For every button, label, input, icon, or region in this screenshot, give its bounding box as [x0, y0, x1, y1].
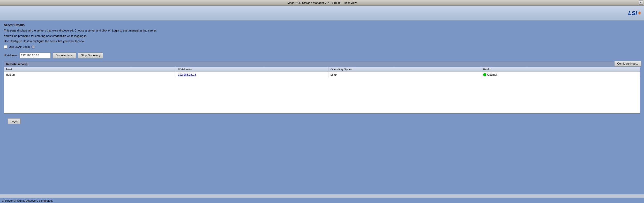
cell-ip: 192.168.28.18	[176, 72, 328, 77]
window-title: MegaRAID Storage Manager v14.11.01.00 - …	[287, 1, 357, 4]
table-white-area: Host IP Address Operating System Health …	[4, 67, 640, 113]
section-title: Server Details	[4, 23, 640, 27]
table-panel: Remote servers: Host IP Address Operatin…	[4, 61, 640, 114]
logo: LSI ✶	[628, 10, 641, 17]
col-health: Health	[481, 67, 640, 72]
ip-address-link[interactable]: 192.168.28.18	[178, 73, 196, 76]
login-button[interactable]: Login	[8, 118, 20, 124]
cell-health: Optimal	[481, 72, 640, 77]
col-os: Operating System	[328, 67, 481, 72]
table-body: debian 192.168.28.18 Linux Optimal	[4, 72, 640, 77]
table-header-row: Host IP Address Operating System Health	[4, 67, 640, 72]
table-row[interactable]: debian 192.168.28.18 Linux Optimal	[4, 72, 640, 77]
ip-label: IP Address	[4, 54, 18, 57]
remote-servers-header: Remote servers:	[4, 61, 640, 67]
bottom-area: Login	[4, 116, 640, 126]
logo-text: LSI	[628, 10, 637, 17]
cell-os: Linux	[328, 72, 481, 77]
header: LSI ✶	[0, 6, 644, 21]
configure-note: Use Configure Host to configure the host…	[4, 40, 640, 43]
col-host: Host	[4, 67, 176, 72]
ldap-row: Use LDAP Login ?	[4, 45, 640, 49]
configure-host-button[interactable]: Configure Host...	[614, 61, 641, 66]
description-line2: You will be prompted for entering host c…	[4, 34, 640, 38]
close-icon: ×	[640, 1, 642, 4]
server-table: Host IP Address Operating System Health …	[4, 67, 640, 77]
help-icon[interactable]: ?	[31, 45, 35, 49]
close-button[interactable]: ×	[639, 1, 643, 5]
stop-discovery-button[interactable]: Stop Discovery	[78, 52, 103, 58]
status-text: 1 Server(s) found. Discovery completed.	[2, 199, 53, 202]
server-details-section: Server Details This page displays all th…	[4, 23, 640, 58]
scrollbar-area[interactable]	[0, 194, 644, 198]
discover-host-button[interactable]: Discover Host	[53, 52, 76, 58]
cell-host: debian	[4, 72, 176, 77]
col-ip: IP Address	[176, 67, 328, 72]
titlebar: MegaRAID Storage Manager v14.11.01.00 - …	[0, 0, 644, 6]
health-optimal: Optimal	[483, 73, 638, 76]
ip-address-input[interactable]	[20, 52, 51, 58]
health-text: Optimal	[487, 73, 497, 76]
main-content: Server Details This page displays all th…	[0, 21, 644, 129]
configure-host-container: Configure Host...	[614, 61, 641, 66]
green-dot-icon	[483, 73, 486, 76]
logo-star-icon: ✶	[638, 10, 641, 16]
question-mark-icon: ?	[33, 45, 34, 48]
ldap-checkbox[interactable]	[4, 45, 7, 49]
statusbar: 1 Server(s) found. Discovery completed.	[0, 198, 644, 203]
description-line1: This page displays all the servers that …	[4, 28, 640, 33]
table-head: Host IP Address Operating System Health	[4, 67, 640, 72]
ip-row: IP Address Discover Host Stop Discovery	[4, 52, 640, 58]
ldap-label: Use LDAP Login	[9, 45, 30, 48]
